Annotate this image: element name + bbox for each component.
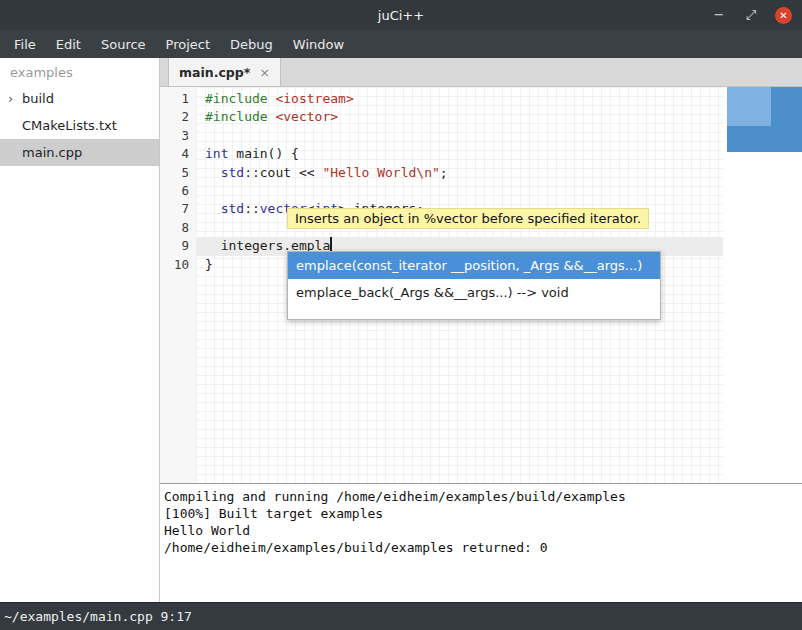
doc-tooltip: Inserts an object in %vector before spec… [287,208,649,229]
menu-item-project[interactable]: Project [156,32,220,57]
code-line-6[interactable] [196,182,723,200]
menu-item-file[interactable]: File [4,32,46,57]
tab-main-cpp[interactable]: main.cpp* × [168,58,281,86]
text-cursor [330,237,332,252]
line-number: 7 [160,200,196,218]
title-bar: juCi++ − ⤢ ✕ [0,0,802,30]
menu-item-source[interactable]: Source [91,32,156,57]
window-controls: − ⤢ ✕ [711,0,792,30]
output-line: [100%] Built target examples [164,505,798,522]
close-icon[interactable]: ✕ [775,7,792,24]
code-line-1[interactable]: #include <iostream> [196,90,723,108]
autocomplete-popup: emplace(const_iterator __position, _Args… [287,251,661,320]
jucipp-window: juCi++ − ⤢ ✕ FileEditSourceProjectDebugW… [0,0,802,630]
line-number: 3 [160,127,196,145]
sidebar-items: ›buildCMakeLists.txtmain.cpp [0,85,159,166]
menu-item-debug[interactable]: Debug [220,32,283,57]
restore-icon[interactable]: ⤢ [743,7,759,23]
autocomplete-item-0[interactable]: emplace(const_iterator __position, _Args… [288,252,660,279]
sidebar-item-label: build [22,91,54,106]
menu-item-edit[interactable]: Edit [46,32,91,57]
code-token: <vector> [275,109,338,124]
tab-close-icon[interactable]: × [259,65,270,80]
autocomplete-item-1[interactable]: emplace_back(_Args &&__args...) --> void [288,279,660,306]
project-name: examples [0,58,159,85]
status-text: ~/examples/main.cpp 9:17 [4,609,192,624]
code-line-2[interactable]: #include <vector> [196,108,723,126]
output-line: Hello World [164,522,798,539]
code-line-5[interactable]: std::cout << "Hello World\n"; [196,164,723,182]
code-token [205,201,221,216]
line-number: 1 [160,90,196,108]
tab-bar: main.cpp* × [160,58,802,87]
line-number: 6 [160,182,196,200]
code-token: :: [244,201,260,216]
minimize-icon[interactable]: − [711,7,727,23]
chevron-right-icon[interactable]: › [8,91,22,106]
code-token: ; [440,165,448,180]
sidebar-item-cmakelists-txt[interactable]: CMakeLists.txt [0,112,159,139]
status-bar: ~/examples/main.cpp 9:17 [0,602,802,630]
code-token: ::cout << [244,165,322,180]
code-token: #include [205,109,268,124]
code-editor[interactable]: 12345678910 #include <iostream>#include … [160,87,802,483]
sidebar-item-build[interactable]: ›build [0,85,159,112]
sidebar-item-main-cpp[interactable]: main.cpp [0,139,159,166]
line-number-gutter: 12345678910 [160,87,196,483]
build-output-panel: Compiling and running /home/eidheim/exam… [160,483,802,602]
scrollbar-thumb[interactable] [727,87,802,152]
main-area: examples ›buildCMakeLists.txtmain.cpp ma… [0,58,802,602]
line-number: 2 [160,108,196,126]
code-token: std [221,165,244,180]
code-token [205,165,221,180]
menu-item-window[interactable]: Window [283,32,354,57]
output-line: /home/eidheim/examples/build/examples re… [164,539,798,556]
window-title: juCi++ [0,8,802,23]
code-token: <iostream> [275,91,353,106]
line-number: 8 [160,219,196,237]
code-token: int [205,146,228,161]
line-number: 9 [160,237,196,255]
sidebar-item-label: main.cpp [22,145,82,160]
tab-label: main.cpp* [179,65,250,80]
line-number: 5 [160,164,196,182]
sidebar-item-label: CMakeLists.txt [22,118,117,133]
line-number: 10 [160,256,196,274]
code-token: #include [205,91,268,106]
editor-pane: main.cpp* × 12345678910 #include <iostre… [160,58,802,602]
code-line-3[interactable] [196,127,723,145]
code-line-4[interactable]: int main() { [196,145,723,163]
output-line: Compiling and running /home/eidheim/exam… [164,488,798,505]
line-number: 4 [160,145,196,163]
code-token: std [221,201,244,216]
file-explorer: examples ›buildCMakeLists.txtmain.cpp [0,58,160,602]
code-token: main() { [228,146,298,161]
code-token: } [205,257,213,272]
code-token: "Hello World\n" [322,165,439,180]
scrollbar-highlight [727,87,771,126]
menu-bar: FileEditSourceProjectDebugWindow [0,30,802,58]
